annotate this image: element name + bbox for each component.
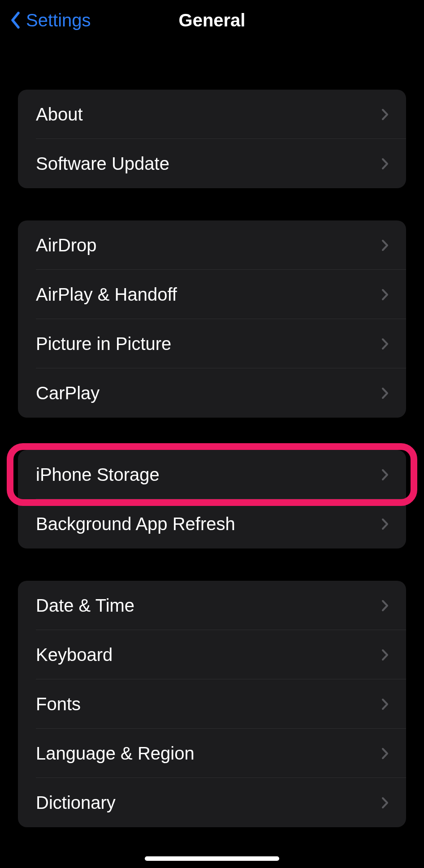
row-background-app-refresh[interactable]: Background App Refresh xyxy=(18,499,406,548)
chevron-right-icon xyxy=(380,337,390,350)
home-indicator[interactable] xyxy=(145,856,279,861)
row-about[interactable]: About xyxy=(18,90,406,139)
group-system: Date & Time Keyboard Fonts Language & Re… xyxy=(18,581,406,827)
row-carplay[interactable]: CarPlay xyxy=(18,368,406,418)
chevron-right-icon xyxy=(380,288,390,301)
row-label: About xyxy=(36,104,83,125)
page-title: General xyxy=(179,10,246,30)
row-software-update[interactable]: Software Update xyxy=(18,139,406,188)
row-label: Language & Region xyxy=(36,743,195,764)
row-keyboard[interactable]: Keyboard xyxy=(18,630,406,679)
row-label: Date & Time xyxy=(36,596,134,616)
row-label: Dictionary xyxy=(36,793,116,813)
highlighted-group-wrapper: iPhone Storage Background App Refresh xyxy=(18,450,406,548)
row-fonts[interactable]: Fonts xyxy=(18,679,406,729)
row-picture-in-picture[interactable]: Picture in Picture xyxy=(18,319,406,368)
row-date-time[interactable]: Date & Time xyxy=(18,581,406,630)
back-button[interactable]: Settings xyxy=(9,10,91,30)
row-label: Keyboard xyxy=(36,645,112,665)
row-label: iPhone Storage xyxy=(36,465,160,485)
chevron-right-icon xyxy=(380,239,390,251)
chevron-right-icon xyxy=(380,387,390,399)
chevron-right-icon xyxy=(380,108,390,121)
row-airdrop[interactable]: AirDrop xyxy=(18,220,406,270)
chevron-right-icon xyxy=(380,468,390,481)
chevron-right-icon xyxy=(380,599,390,612)
chevron-right-icon xyxy=(380,648,390,661)
chevron-right-icon xyxy=(380,747,390,760)
settings-content: About Software Update AirDrop AirPlay & … xyxy=(0,90,424,827)
row-label: Background App Refresh xyxy=(36,514,235,534)
row-dictionary[interactable]: Dictionary xyxy=(18,778,406,827)
chevron-left-icon xyxy=(9,10,22,30)
row-label: Software Update xyxy=(36,154,169,174)
group-storage: iPhone Storage Background App Refresh xyxy=(18,450,406,548)
navigation-bar: Settings General xyxy=(0,0,424,40)
row-label: CarPlay xyxy=(36,383,100,403)
row-language-region[interactable]: Language & Region xyxy=(18,729,406,778)
row-iphone-storage[interactable]: iPhone Storage xyxy=(18,450,406,499)
row-label: AirPlay & Handoff xyxy=(36,285,177,305)
chevron-right-icon xyxy=(380,518,390,530)
chevron-right-icon xyxy=(380,796,390,809)
group-about: About Software Update xyxy=(18,90,406,188)
group-connectivity: AirDrop AirPlay & Handoff Picture in Pic… xyxy=(18,220,406,418)
row-airplay-handoff[interactable]: AirPlay & Handoff xyxy=(18,270,406,319)
row-label: Fonts xyxy=(36,694,81,714)
chevron-right-icon xyxy=(380,157,390,170)
chevron-right-icon xyxy=(380,698,390,710)
back-label: Settings xyxy=(26,10,91,30)
row-label: Picture in Picture xyxy=(36,334,171,354)
row-label: AirDrop xyxy=(36,235,97,255)
